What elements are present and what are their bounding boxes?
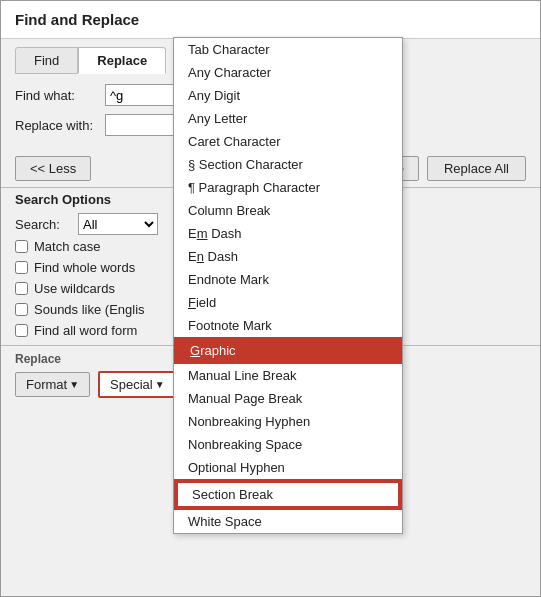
whole-words-label: Find whole words: [34, 260, 135, 275]
wildcards-label: Use wildcards: [34, 281, 115, 296]
dropdown-item-any-digit[interactable]: Any Digit: [174, 84, 402, 107]
special-label: Special: [110, 377, 153, 392]
dropdown-item-endnote[interactable]: Endnote Mark: [174, 268, 402, 291]
tab-find[interactable]: Find: [15, 47, 78, 74]
less-button[interactable]: << Less: [15, 156, 91, 181]
dropdown-item-any-letter[interactable]: Any Letter: [174, 107, 402, 130]
special-button[interactable]: Special ▼: [98, 371, 177, 398]
sounds-like-label: Sounds like (Englis: [34, 302, 145, 317]
dropdown-item-white-space[interactable]: White Space: [174, 510, 402, 533]
format-label: Format: [26, 377, 67, 392]
dialog-title: Find and Replace: [1, 1, 540, 39]
find-label: Find what:: [15, 88, 105, 103]
replace-all-button[interactable]: Replace All: [427, 156, 526, 181]
dropdown-item-graphic[interactable]: Graphic: [174, 337, 402, 364]
dropdown-item-caret[interactable]: Caret Character: [174, 130, 402, 153]
format-arrow-icon: ▼: [69, 379, 79, 390]
special-dropdown-menu: Tab Character Any Character Any Digit An…: [173, 37, 403, 534]
dropdown-item-nonbreak-hyphen[interactable]: Nonbreaking Hyphen: [174, 410, 402, 433]
search-label: Search:: [15, 217, 70, 232]
dropdown-item-tab[interactable]: Tab Character: [174, 38, 402, 61]
match-case-label: Match case: [34, 239, 100, 254]
sounds-like-checkbox[interactable]: [15, 303, 28, 316]
search-select[interactable]: All Up Down: [78, 213, 158, 235]
dropdown-item-manual-page[interactable]: Manual Page Break: [174, 387, 402, 410]
section-break-label: Section Break: [176, 481, 400, 508]
dropdown-item-field[interactable]: Field: [174, 291, 402, 314]
dropdown-item-em-dash[interactable]: Em Dash: [174, 222, 402, 245]
dropdown-item-section-break[interactable]: Section Break: [174, 479, 402, 510]
word-forms-checkbox[interactable]: [15, 324, 28, 337]
whole-words-checkbox[interactable]: [15, 261, 28, 274]
dropdown-item-para-char[interactable]: ¶ Paragraph Character: [174, 176, 402, 199]
dropdown-item-optional-hyphen[interactable]: Optional Hyphen: [174, 456, 402, 479]
dropdown-item-nonbreak-space[interactable]: Nonbreaking Space: [174, 433, 402, 456]
dropdown-item-any-char[interactable]: Any Character: [174, 61, 402, 84]
word-forms-label: Find all word form: [34, 323, 137, 338]
format-button[interactable]: Format ▼: [15, 372, 90, 397]
special-arrow-icon: ▼: [155, 379, 165, 390]
dropdown-item-manual-line[interactable]: Manual Line Break: [174, 364, 402, 387]
wildcards-checkbox[interactable]: [15, 282, 28, 295]
find-replace-dialog: Find and Replace Find Replace Find what:…: [0, 0, 541, 597]
dropdown-item-column-break[interactable]: Column Break: [174, 199, 402, 222]
dropdown-item-en-dash[interactable]: En Dash: [174, 245, 402, 268]
replace-label: Replace with:: [15, 118, 105, 133]
match-case-checkbox[interactable]: [15, 240, 28, 253]
dropdown-item-footnote[interactable]: Footnote Mark: [174, 314, 402, 337]
dropdown-item-section-char[interactable]: § Section Character: [174, 153, 402, 176]
tab-replace[interactable]: Replace: [78, 47, 166, 74]
